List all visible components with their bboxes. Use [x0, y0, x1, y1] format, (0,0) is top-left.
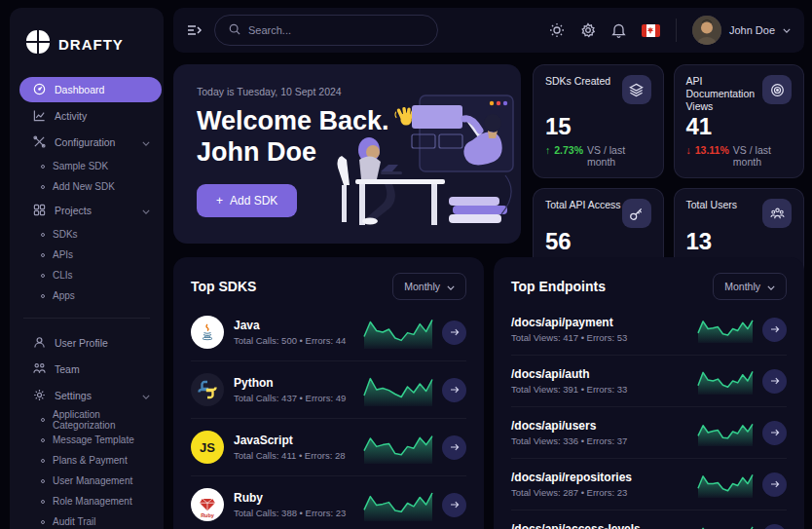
- team-icon: [33, 362, 46, 377]
- sidebar-item-user-profile[interactable]: User Profile: [19, 330, 160, 356]
- endpoint-row-payment: /docs/api/payment Total Views: 417 • Err…: [511, 304, 787, 356]
- sparkline-chart: [697, 418, 754, 447]
- endpoint-name: /docs/api/access-levels: [511, 522, 641, 529]
- chevron-down-icon: [142, 205, 150, 216]
- sidebar-item-projects[interactable]: Projects: [19, 198, 160, 223]
- stat-value: 15: [545, 113, 651, 140]
- sparkline-chart: [363, 430, 433, 465]
- stat-value: 41: [686, 113, 793, 140]
- top-sdks-panel: Top SDKS Monthly Java Total Calls: 500 •: [173, 257, 484, 529]
- bullet-icon: [41, 294, 45, 298]
- row-arrow-button[interactable]: [762, 421, 787, 445]
- search-input[interactable]: [248, 24, 424, 36]
- sidebar-item-plans-payment[interactable]: Plans & Payment: [10, 450, 156, 471]
- endpoint-meta: Total Views: 336 • Errors: 37: [511, 435, 627, 446]
- sidebar-item-audit-trail[interactable]: Audit Trail: [10, 511, 156, 529]
- bullet-icon: [41, 233, 45, 237]
- sdk-row-python: Python Total Calls: 437 • Errors: 49: [191, 361, 466, 419]
- brand-name: DRAFTY: [58, 36, 124, 53]
- notifications-bell-icon[interactable]: [611, 22, 626, 38]
- bullet-icon: [41, 185, 45, 189]
- endpoint-row-users: /docs/api/users Total Views: 336 • Error…: [511, 407, 787, 459]
- top-endpoints-panel: Top Endpoints Monthly /docs/api/payment …: [494, 257, 804, 529]
- tools-icon: [33, 135, 46, 150]
- sidebar-item-settings[interactable]: Settings: [19, 383, 160, 408]
- search-box: [214, 15, 438, 46]
- endpoint-name: /docs/api/payment: [511, 316, 627, 329]
- layers-icon: [622, 75, 651, 104]
- endpoint-meta: Total Views: 287 • Errors: 23: [511, 487, 632, 498]
- eye-icon: [762, 75, 792, 104]
- stat-value: 56: [545, 228, 651, 255]
- theme-sun-icon[interactable]: [549, 22, 565, 38]
- bullet-icon: [41, 253, 45, 257]
- settings-gear-icon[interactable]: [580, 22, 596, 38]
- sparkline-chart: [697, 470, 754, 499]
- users-group-icon: [762, 199, 792, 228]
- top-endpoints-monthly-filter[interactable]: Monthly: [713, 273, 787, 300]
- main-area: John Doe Today is Tuesday, 10 Sept 2024 …: [164, 0, 812, 529]
- user-menu[interactable]: John Doe: [692, 16, 791, 45]
- sdk-name: Java: [234, 319, 346, 332]
- sparkline-chart: [697, 366, 754, 396]
- sidebar-item-sdks[interactable]: SDKs: [10, 224, 156, 245]
- bullet-icon: [41, 438, 45, 442]
- add-sdk-button[interactable]: + Add SDK: [197, 184, 297, 217]
- sdk-name: Ruby: [234, 491, 346, 505]
- endpoint-name: /docs/api/auth: [511, 367, 627, 381]
- grid-icon: [33, 204, 46, 218]
- search-icon: [229, 21, 240, 39]
- canada-flag-icon[interactable]: [642, 24, 660, 37]
- sparkline-chart: [363, 487, 433, 522]
- top-sdks-monthly-filter[interactable]: Monthly: [392, 273, 466, 300]
- brand-logo: DRAFTY: [10, 21, 164, 76]
- sidebar-item-dashboard[interactable]: Dashboard: [19, 77, 162, 102]
- stat-label: API Documentation Views: [686, 75, 763, 113]
- row-arrow-button[interactable]: [762, 369, 787, 394]
- delta-up-arrow-icon: ↑: [545, 144, 550, 156]
- sidebar-item-apps[interactable]: Apps: [10, 285, 156, 306]
- sidebar-item-message-template[interactable]: Message Template: [10, 430, 156, 450]
- javascript-icon: JS: [191, 431, 224, 464]
- endpoint-name: /docs/api/users: [511, 419, 627, 433]
- sidebar-item-configuration[interactable]: Configuration: [19, 130, 160, 155]
- chevron-down-icon: [783, 28, 791, 33]
- key-icon: [622, 199, 651, 228]
- sidebar-item-user-management[interactable]: User Management: [10, 471, 156, 491]
- stats-grid: SDKs Created 15 ↑ 2.73% VS / last month …: [533, 64, 804, 244]
- top-sdks-title: Top SDKS: [191, 279, 256, 294]
- sdk-row-ruby: Ruby Ruby Total Calls: 388 • Errors: 23: [191, 476, 466, 529]
- drafty-logo-icon: [25, 29, 51, 58]
- sidebar-item-clis[interactable]: CLIs: [10, 265, 156, 285]
- chevron-down-icon: [142, 136, 150, 148]
- bullet-icon: [41, 165, 45, 169]
- bullet-icon: [41, 459, 45, 463]
- row-arrow-button[interactable]: [762, 524, 787, 529]
- sidebar-item-sample-sdk[interactable]: Sample SDK: [10, 156, 156, 176]
- row-arrow-button[interactable]: [442, 378, 466, 402]
- activity-chart-icon: [33, 109, 46, 124]
- stat-card-api-doc-views: API Documentation Views 41 ↓ 13.11% VS /…: [674, 64, 805, 178]
- endpoint-row-repositories: /docs/api/repositories Total Views: 287 …: [511, 459, 787, 510]
- row-arrow-button[interactable]: [762, 318, 787, 342]
- sidebar-collapse-icon[interactable]: [187, 23, 203, 37]
- sidebar-item-add-new-sdk[interactable]: Add New SDK: [10, 176, 156, 197]
- row-arrow-button[interactable]: [762, 472, 787, 497]
- sparkline-chart: [363, 315, 433, 350]
- sidebar-item-role-management[interactable]: Role Management: [10, 491, 156, 511]
- welcome-card: Today is Tuesday, 10 Sept 2024 Welcome B…: [173, 64, 521, 244]
- sidebar-item-apis[interactable]: APIs: [10, 245, 156, 265]
- welcome-illustration: [334, 78, 519, 238]
- gear-icon: [33, 389, 46, 403]
- dashboard-content: Today is Tuesday, 10 Sept 2024 Welcome B…: [173, 64, 804, 529]
- sdk-meta: Total Calls: 437 • Errors: 49: [234, 393, 346, 403]
- row-arrow-button[interactable]: [442, 321, 466, 345]
- top-endpoints-title: Top Endpoints: [511, 279, 606, 294]
- delta-suffix: VS / last month: [587, 144, 650, 168]
- row-arrow-button[interactable]: [442, 435, 466, 460]
- sidebar-item-application-categorization[interactable]: Application Categorization: [10, 409, 156, 430]
- sidebar-item-activity[interactable]: Activity: [19, 103, 160, 129]
- row-arrow-button[interactable]: [442, 493, 466, 517]
- sidebar-item-team[interactable]: Team: [19, 357, 160, 382]
- endpoint-meta: Total Views: 391 • Errors: 33: [511, 384, 627, 395]
